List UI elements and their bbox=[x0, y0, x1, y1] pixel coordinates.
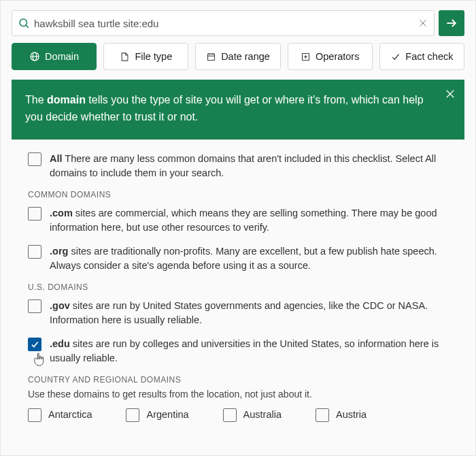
checkbox-edu[interactable] bbox=[28, 338, 41, 351]
search-icon bbox=[18, 17, 30, 29]
tab-operators[interactable]: Operators bbox=[288, 43, 373, 70]
checkbox-all[interactable] bbox=[28, 152, 41, 166]
clear-icon[interactable] bbox=[418, 18, 428, 29]
option-title: .org bbox=[50, 246, 68, 257]
option-desc: sites are run by United States governmen… bbox=[50, 300, 428, 325]
plus-square-icon bbox=[301, 52, 311, 62]
section-country-domains: COUNTRY AND REGIONAL DOMAINS bbox=[28, 375, 448, 385]
search-box[interactable] bbox=[12, 10, 435, 36]
svg-line-1 bbox=[26, 25, 28, 27]
arrow-right-icon bbox=[445, 16, 458, 30]
option-text: .gov sites are run by United States gove… bbox=[50, 299, 448, 327]
search-row bbox=[12, 10, 464, 36]
banner-text-prefix: The bbox=[25, 94, 47, 105]
option-desc: There are many less common domains that … bbox=[50, 153, 436, 178]
option-title: .com bbox=[50, 208, 73, 218]
tab-label: Domain bbox=[45, 51, 79, 62]
option-com: .com sites are commercial, which means t… bbox=[28, 206, 448, 235]
option-text: .org sites are traditionally non-profits… bbox=[50, 244, 448, 273]
option-gov: .gov sites are run by United States gove… bbox=[28, 299, 448, 327]
checkbox-australia[interactable] bbox=[223, 408, 237, 422]
banner-close-button[interactable] bbox=[444, 88, 456, 105]
svg-rect-8 bbox=[208, 54, 215, 60]
page-root: Domain File type Date range Operators Fa… bbox=[0, 0, 476, 456]
option-desc: sites are run by colleges and universiti… bbox=[50, 338, 439, 363]
banner-text-bold: domain bbox=[47, 94, 86, 105]
option-desc: sites are commercial, which means they a… bbox=[50, 208, 437, 233]
option-argentina: Argentina bbox=[126, 408, 188, 422]
option-text: .edu sites are run by colleges and unive… bbox=[50, 337, 448, 365]
option-edu: .edu sites are run by colleges and unive… bbox=[28, 337, 448, 365]
option-desc: sites are traditionally non-profits. Man… bbox=[50, 246, 437, 271]
tab-filetype[interactable]: File type bbox=[103, 43, 188, 70]
calendar-icon bbox=[206, 52, 216, 62]
search-submit-button[interactable] bbox=[439, 10, 464, 36]
svg-point-0 bbox=[20, 19, 27, 27]
country-label: Argentina bbox=[146, 409, 188, 420]
option-antarctica: Antarctica bbox=[28, 408, 92, 422]
option-title: All bbox=[50, 153, 63, 164]
file-icon bbox=[120, 52, 130, 62]
section-us-domains: U.S. DOMAINS bbox=[28, 282, 448, 292]
option-australia: Australia bbox=[223, 408, 282, 422]
option-text: All There are many less common domains t… bbox=[50, 152, 448, 180]
country-label: Austria bbox=[336, 409, 367, 420]
globe-icon bbox=[29, 51, 40, 62]
option-all: All There are many less common domains t… bbox=[28, 152, 448, 180]
tab-label: Fact check bbox=[405, 51, 453, 62]
option-title: .gov bbox=[50, 300, 70, 311]
section-common-domains: COMMON DOMAINS bbox=[28, 190, 448, 199]
option-org: .org sites are traditionally non-profits… bbox=[28, 244, 448, 273]
checkbox-gov[interactable] bbox=[28, 299, 41, 313]
close-icon bbox=[444, 88, 456, 100]
country-label: Antarctica bbox=[48, 409, 92, 420]
tab-label: File type bbox=[135, 51, 172, 62]
cursor-hand-icon bbox=[32, 352, 46, 367]
tab-label: Operators bbox=[316, 51, 359, 62]
checkbox-org[interactable] bbox=[28, 245, 41, 259]
tab-label: Date range bbox=[221, 51, 270, 62]
checkbox-austria[interactable] bbox=[316, 408, 329, 422]
filter-tabs: Domain File type Date range Operators Fa… bbox=[12, 43, 464, 70]
option-austria: Austria bbox=[316, 408, 367, 422]
checkbox-com[interactable] bbox=[28, 207, 41, 221]
checkbox-argentina[interactable] bbox=[126, 408, 139, 422]
option-title: .edu bbox=[50, 338, 70, 349]
checkbox-antarctica[interactable] bbox=[28, 408, 41, 422]
tab-factcheck[interactable]: Fact check bbox=[379, 43, 464, 70]
tab-domain[interactable]: Domain bbox=[12, 43, 97, 70]
option-text: .com sites are commercial, which means t… bbox=[50, 206, 448, 235]
country-label: Australia bbox=[243, 409, 282, 420]
search-input[interactable] bbox=[30, 17, 418, 30]
country-row: Antarctica Argentina Australia Austria bbox=[28, 408, 448, 422]
tab-daterange[interactable]: Date range bbox=[195, 43, 280, 70]
options-content: All There are many less common domains t… bbox=[12, 152, 464, 422]
check-icon bbox=[390, 52, 401, 62]
section-country-sub: Use these domains to get results from th… bbox=[28, 389, 448, 400]
info-banner: The domain tells you the type of site yo… bbox=[12, 80, 464, 140]
